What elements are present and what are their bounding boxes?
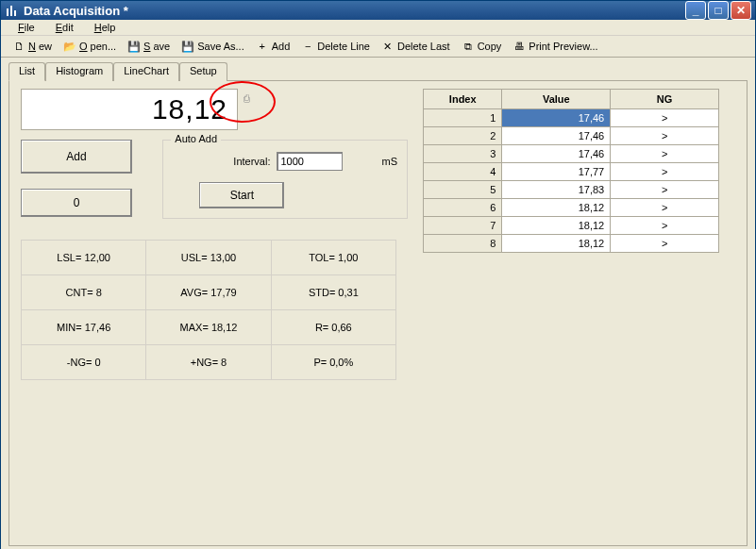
grid-cell-ng[interactable]: >	[611, 145, 719, 163]
add-button[interactable]: Add	[21, 140, 132, 174]
add-zero-col: Add 0	[21, 140, 155, 219]
svg-rect-2	[14, 10, 16, 16]
window-title: Data Acquisition *	[24, 4, 683, 18]
tb-dellast-label: Delete Last	[397, 41, 450, 52]
grid-row[interactable]: 117,46>	[424, 109, 719, 127]
tb-saveas-label: Save As...	[197, 41, 244, 52]
grid-cell-ng[interactable]: >	[611, 217, 719, 235]
delete-icon: ✕	[381, 40, 395, 53]
tab-histogram[interactable]: Histogram	[45, 62, 113, 81]
menu-file-label: ile	[25, 22, 35, 33]
grid-row[interactable]: 217,46>	[424, 127, 719, 145]
menu-edit[interactable]: Edit	[50, 20, 79, 35]
grid-cell-index[interactable]: 1	[424, 109, 502, 127]
grid-cell-ng[interactable]: >	[611, 127, 719, 145]
grid-cell-value[interactable]: 17,77	[502, 163, 611, 181]
grid-cell-index[interactable]: 7	[424, 217, 502, 235]
open-icon: 📂	[63, 40, 76, 53]
tab-linechart[interactable]: LineChart	[113, 62, 179, 81]
titlebar[interactable]: Data Acquisition * _ □ ✕	[1, 1, 755, 20]
content-area: List Histogram LineChart Setup 18,12 ⎙ A…	[1, 58, 755, 549]
tab-panel: 18,12 ⎙ Add 0 Auto Add Interval:	[8, 80, 748, 546]
tb-dellast[interactable]: ✕Delete Last	[378, 38, 454, 55]
copy-icon: ⧉	[462, 40, 475, 53]
value-display: 18,12	[21, 89, 238, 130]
svg-rect-0	[7, 8, 8, 16]
grid-row[interactable]: 718,12>	[424, 217, 719, 235]
grid-cell-index[interactable]: 8	[424, 235, 502, 253]
grid-cell-index[interactable]: 6	[424, 199, 502, 217]
grid-cell-index[interactable]: 3	[424, 145, 502, 163]
minus-icon: −	[301, 40, 314, 53]
tb-add[interactable]: +Add	[252, 38, 294, 55]
grid-cell-value[interactable]: 17,46	[502, 145, 611, 163]
minimize-button[interactable]: _	[685, 1, 706, 20]
tb-copy-label: Copy	[478, 41, 502, 52]
plus-icon: +	[256, 40, 269, 53]
grid-header-index[interactable]: Index	[424, 90, 502, 109]
interval-unit: mS	[382, 156, 398, 167]
tb-preview-label: Print Preview...	[529, 41, 597, 52]
new-icon: 🗋	[12, 40, 25, 53]
grid-cell-ng[interactable]: >	[611, 163, 719, 181]
tb-new[interactable]: 🗋New	[8, 38, 56, 55]
menubar: File Edit Help	[1, 20, 755, 36]
tb-copy[interactable]: ⧉Copy	[458, 38, 506, 55]
stat-r: R= 0,66	[271, 310, 395, 345]
grid-cell-index[interactable]: 5	[424, 181, 502, 199]
table-row: CNT= 8 AVG= 17,79 STD= 0,31	[22, 275, 396, 310]
stat-std: STD= 0,31	[271, 275, 395, 310]
zero-button[interactable]: 0	[21, 189, 132, 217]
grid-header-ng[interactable]: NG	[611, 90, 719, 109]
tb-save[interactable]: 💾Save	[124, 38, 174, 55]
grid-cell-value[interactable]: 18,12	[502, 235, 611, 253]
stat-tol: TOL= 1,00	[271, 241, 395, 275]
grid-cell-ng[interactable]: >	[611, 199, 719, 217]
grid-cell-ng[interactable]: >	[611, 181, 719, 199]
stat-ngplus: +NG= 8	[146, 345, 271, 380]
display-unit-icon: ⎙	[244, 92, 250, 104]
stat-usl: USL= 13,00	[146, 241, 271, 275]
right-column: Index Value NG 117,46>217,46>317,46>417,…	[423, 89, 735, 538]
menu-help[interactable]: Help	[89, 20, 122, 35]
grid-header-row: Index Value NG	[424, 90, 719, 109]
close-button[interactable]: ✕	[731, 1, 751, 20]
grid-cell-ng[interactable]: >	[611, 235, 719, 253]
tb-add-label: Add	[272, 41, 291, 52]
grid-header-value[interactable]: Value	[502, 90, 611, 109]
grid-cell-value[interactable]: 18,12	[502, 217, 611, 235]
grid-cell-index[interactable]: 2	[424, 127, 502, 145]
tb-open[interactable]: 📂Open...	[59, 38, 120, 55]
app-icon	[5, 3, 20, 18]
stat-lsl: LSL= 12,00	[22, 241, 146, 275]
tb-saveas[interactable]: 💾Save As...	[177, 38, 248, 55]
tb-preview[interactable]: 🖶Print Preview...	[509, 38, 601, 55]
interval-input[interactable]	[277, 152, 343, 171]
grid-cell-value[interactable]: 17,83	[502, 181, 611, 199]
grid-cell-value[interactable]: 18,12	[502, 199, 611, 217]
table-row: -NG= 0 +NG= 8 P= 0,0%	[22, 345, 396, 380]
grid-cell-value[interactable]: 17,46	[502, 109, 611, 127]
saveas-icon: 💾	[181, 40, 194, 53]
grid-cell-ng[interactable]: >	[611, 109, 719, 127]
grid-row[interactable]: 818,12>	[424, 235, 719, 253]
stats-table: LSL= 12,00 USL= 13,00 TOL= 1,00 CNT= 8 A…	[21, 240, 396, 380]
table-row: LSL= 12,00 USL= 13,00 TOL= 1,00	[22, 241, 396, 275]
data-grid[interactable]: Index Value NG 117,46>217,46>317,46>417,…	[423, 89, 719, 253]
grid-cell-index[interactable]: 4	[424, 163, 502, 181]
grid-cell-value[interactable]: 17,46	[502, 127, 611, 145]
tb-new-label: ew	[39, 41, 52, 52]
grid-row[interactable]: 517,83>	[424, 181, 719, 199]
tab-list[interactable]: List	[8, 62, 45, 81]
maximize-button[interactable]: □	[708, 1, 729, 20]
save-icon: 💾	[127, 40, 141, 53]
menu-file[interactable]: File	[12, 20, 41, 35]
grid-row[interactable]: 618,12>	[424, 199, 719, 217]
grid-row[interactable]: 317,46>	[424, 145, 719, 163]
tb-delline[interactable]: −Delete Line	[297, 38, 374, 55]
stat-ngminus: -NG= 0	[22, 345, 146, 380]
grid-row[interactable]: 417,77>	[424, 163, 719, 181]
table-row: MIN= 17,46 MAX= 18,12 R= 0,66	[22, 310, 396, 345]
start-button[interactable]: Start	[199, 182, 284, 208]
tab-setup[interactable]: Setup	[179, 62, 227, 81]
